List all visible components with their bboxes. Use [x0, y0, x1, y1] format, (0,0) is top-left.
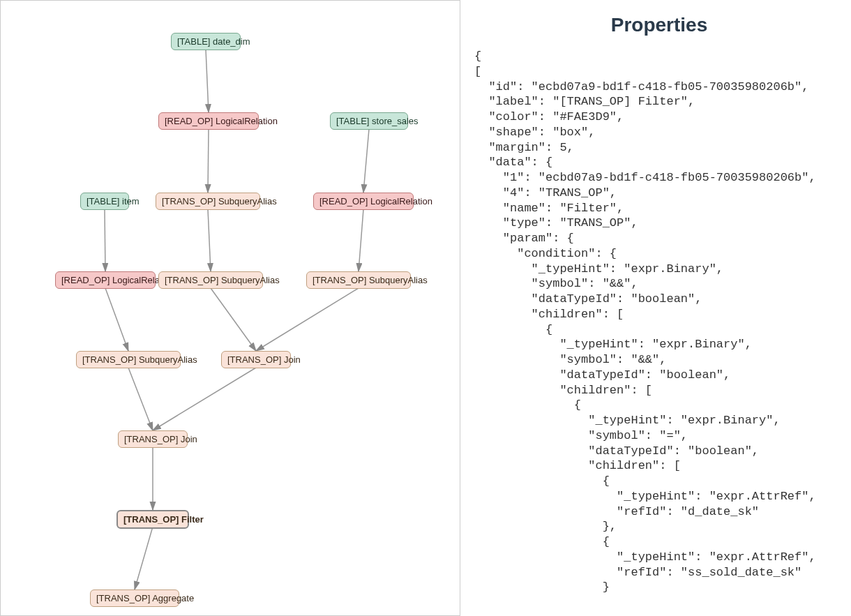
graph-node-n5[interactable]: [TRANS_OP] SubqueryAlias	[156, 193, 260, 210]
graph-node-n7[interactable]: [READ_OP] LogicalRelation	[55, 271, 156, 289]
graph-edge	[105, 209, 105, 271]
graph-edge	[256, 288, 359, 351]
graph-edge	[208, 129, 209, 193]
graph-edge	[135, 527, 153, 589]
graph-edge	[105, 288, 128, 351]
properties-title: Properties	[474, 14, 844, 36]
graph-edge	[153, 368, 256, 430]
graph-node-n2[interactable]: [READ_OP] LogicalRelation	[158, 112, 259, 130]
graph-edge	[359, 209, 363, 271]
properties-panel: Properties { [ "id": "ecbd07a9-bd1f-c418…	[460, 0, 851, 616]
graph-panel[interactable]: [TABLE] date_dim[READ_OP] LogicalRelatio…	[0, 0, 460, 616]
graph-node-n4[interactable]: [TABLE] item	[80, 193, 129, 210]
graph-edge	[363, 129, 369, 193]
graph-edges-svg	[1, 1, 461, 616]
graph-edge	[211, 288, 256, 351]
graph-node-n13[interactable]: [TRANS_OP] Filter	[116, 510, 189, 529]
graph-edge	[206, 50, 209, 112]
graph-node-n1[interactable]: [TABLE] date_dim	[171, 33, 241, 50]
graph-node-n9[interactable]: [TRANS_OP] SubqueryAlias	[306, 271, 411, 289]
graph-node-n14[interactable]: [TRANS_OP] Aggregate	[90, 589, 179, 607]
graph-node-n6[interactable]: [READ_OP] LogicalRelation	[313, 193, 414, 210]
graph-edge	[128, 368, 153, 430]
graph-node-n8[interactable]: [TRANS_OP] SubqueryAlias	[158, 271, 263, 289]
graph-node-n10[interactable]: [TRANS_OP] SubqueryAlias	[76, 351, 181, 368]
properties-json: { [ "id": "ecbd07a9-bd1f-c418-fb05-70035…	[474, 49, 844, 595]
graph-node-n3[interactable]: [TABLE] store_sales	[330, 112, 408, 130]
graph-edge	[208, 209, 211, 271]
graph-node-n12[interactable]: [TRANS_OP] Join	[118, 430, 188, 448]
graph-node-n11[interactable]: [TRANS_OP] Join	[221, 351, 291, 368]
